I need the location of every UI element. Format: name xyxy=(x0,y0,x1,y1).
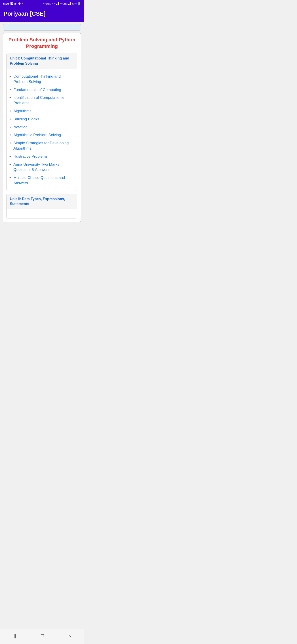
unit2-list-partial xyxy=(7,209,77,218)
list-item[interactable]: Algorithmic Problem Solving xyxy=(9,131,74,139)
list-item[interactable]: Algorithms xyxy=(9,107,74,115)
list-item[interactable]: Illustrative Problems xyxy=(9,152,74,160)
unit2-header: Unit II: Data Types, Expressions, Statem… xyxy=(7,194,77,209)
top-card-partial xyxy=(3,24,81,31)
battery-icon: 🔋 xyxy=(77,2,81,5)
app-title: Poriyaan [CSE] xyxy=(3,10,80,17)
unit1-list: Computational Thinking and Problem Solvi… xyxy=(9,72,74,187)
dot-indicator: • xyxy=(22,2,23,5)
list-item-link[interactable]: Algorithmic Problem Solving xyxy=(13,133,61,137)
gallery-icon: 🖼 xyxy=(10,2,13,5)
list-item[interactable]: Simple Strategies for Developing Algorit… xyxy=(9,139,74,152)
network2-label: Vo))LTE2 xyxy=(60,2,67,5)
network-type-label: 4G+ xyxy=(52,2,55,5)
unit2-section: Unit II: Data Types, Expressions, Statem… xyxy=(6,194,77,218)
list-item[interactable]: Notation xyxy=(9,123,74,131)
main-card: Problem Solving and Python Programming U… xyxy=(3,33,81,222)
youtube-icon: ▶ xyxy=(14,2,17,5)
status-bar: 5:29 🖼 ▶ ⚙ • Vo))LTE1 4G+ Vo))LTE2 51% 🔋 xyxy=(0,0,84,7)
main-content: Problem Solving and Python Programming U… xyxy=(0,22,84,227)
app-header: Poriyaan [CSE] xyxy=(0,7,84,22)
unit1-header: Unit I: Computational Thinking and Probl… xyxy=(7,53,77,69)
unit2-heading: Unit II: Data Types, Expressions, Statem… xyxy=(10,196,74,206)
list-item[interactable]: Building Blocks xyxy=(9,115,74,123)
unit1-list-container: Computational Thinking and Problem Solvi… xyxy=(7,69,77,191)
time-display: 5:29 xyxy=(3,2,9,5)
list-item[interactable]: Multiple Choice Questions and Answers xyxy=(9,174,74,187)
list-item-link[interactable]: Multiple Choice Questions and Answers xyxy=(13,176,65,185)
list-item-link[interactable]: Notation xyxy=(13,125,27,129)
network1-label: Vo))LTE1 xyxy=(43,2,51,5)
list-item-link[interactable]: Building Blocks xyxy=(13,117,39,121)
list-item[interactable]: Identification of Computational Problems xyxy=(9,94,74,107)
status-left: 5:29 🖼 ▶ ⚙ • xyxy=(3,2,23,5)
unit1-section: Unit I: Computational Thinking and Probl… xyxy=(6,53,77,191)
list-item-link[interactable]: Identification of Computational Problems xyxy=(13,96,65,105)
signal-bars-2 xyxy=(68,2,71,5)
battery-percent: 51% xyxy=(72,2,77,5)
list-item-link[interactable]: Simple Strategies for Developing Algorit… xyxy=(13,141,69,150)
list-item-link[interactable]: Anna University Two Marks Questions & An… xyxy=(13,162,59,172)
list-item-link[interactable]: Computational Thinking and Problem Solvi… xyxy=(13,74,60,84)
unit1-heading: Unit I: Computational Thinking and Probl… xyxy=(10,56,74,66)
list-item[interactable]: Fundamentals of Computing xyxy=(9,86,74,94)
card-main-title: Problem Solving and Python Programming xyxy=(6,37,77,50)
signal-bars-1 xyxy=(56,2,59,5)
status-right: Vo))LTE1 4G+ Vo))LTE2 51% 🔋 xyxy=(43,2,81,5)
list-item-link[interactable]: Illustrative Problems xyxy=(13,154,48,158)
list-item[interactable]: Anna University Two Marks Questions & An… xyxy=(9,160,74,174)
list-item-link[interactable]: Fundamentals of Computing xyxy=(13,88,61,92)
list-item[interactable]: Computational Thinking and Problem Solvi… xyxy=(9,72,74,86)
list-item-link[interactable]: Algorithms xyxy=(13,109,31,113)
settings-icon: ⚙ xyxy=(18,2,21,5)
